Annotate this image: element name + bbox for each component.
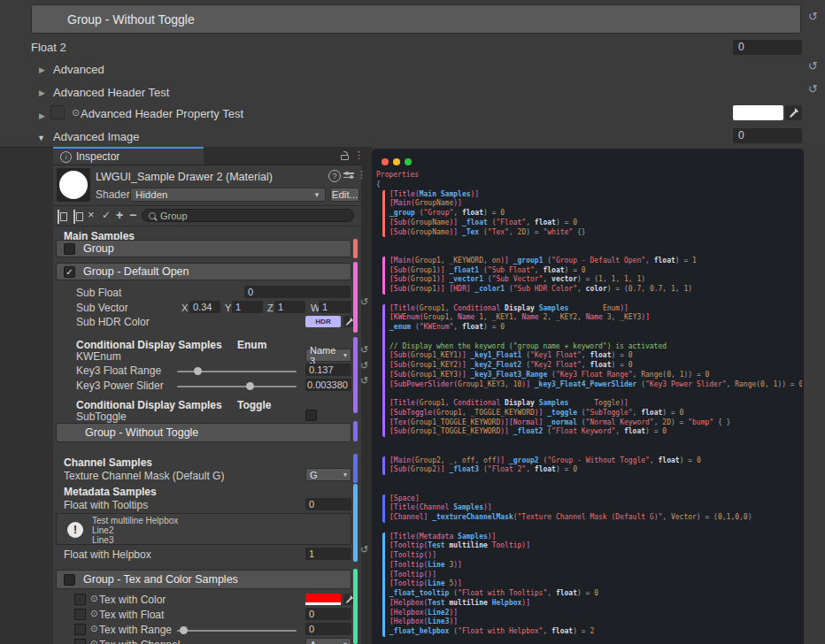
- texture-slot[interactable]: [74, 639, 86, 644]
- w-field[interactable]: 1: [319, 301, 351, 313]
- tex-with-range-field[interactable]: 0: [305, 623, 351, 635]
- foldout-arrow-icon[interactable]: ▶: [39, 63, 45, 77]
- code-token: [Sub(: [389, 361, 411, 369]
- plus-icon[interactable]: +: [116, 208, 123, 222]
- revert-icon[interactable]: ↺: [360, 374, 368, 387]
- code-token: float: [556, 589, 577, 597]
- revert-icon[interactable]: ↺: [808, 11, 818, 23]
- advanced-header-property-checkbox[interactable]: [50, 105, 65, 119]
- help-icon[interactable]: ?: [328, 170, 341, 182]
- revert-icon[interactable]: ↺: [360, 359, 368, 372]
- group-header-without-toggle[interactable]: Group - Without Toggle: [56, 423, 351, 442]
- eyedropper-icon[interactable]: [785, 105, 802, 120]
- revert-icon[interactable]: ↺: [360, 295, 368, 308]
- foldout-arrow-icon[interactable]: ▶: [39, 109, 45, 123]
- minimize-dot-icon[interactable]: [393, 158, 400, 165]
- code-token: "Float": [496, 218, 526, 226]
- foldout-arrow-icon[interactable]: ▶: [39, 86, 45, 100]
- advanced-label[interactable]: Advanced: [53, 62, 104, 77]
- x-field[interactable]: 0.34: [189, 301, 220, 313]
- z-field[interactable]: 1: [274, 301, 305, 313]
- group-header-group[interactable]: Group: [56, 240, 351, 257]
- shader-dropdown[interactable]: Hidden ▼: [130, 188, 326, 202]
- texture-slot[interactable]: [74, 594, 86, 605]
- code-block: [376, 295, 802, 304]
- lock-icon[interactable]: [341, 151, 349, 160]
- close-dot-icon[interactable]: [382, 158, 389, 165]
- group-checkbox-checked[interactable]: ✓: [64, 266, 75, 278]
- code-token: Channel: [420, 503, 450, 511]
- float-with-helpbox-label: Float with Helpbox: [64, 548, 151, 562]
- revert-icon[interactable]: ↺: [808, 83, 818, 96]
- code-editor-panel: Properties{[Title(Main Samples)][Main(Gr…: [372, 149, 804, 644]
- texture-slot[interactable]: [74, 609, 86, 620]
- code-token: ,: [483, 313, 492, 321]
- code-line: _enum ("KWEnum", float) = 0: [389, 323, 802, 333]
- key3-float-range-field[interactable]: 0.137: [305, 364, 351, 376]
- slider-handle[interactable]: [194, 367, 202, 375]
- slider[interactable]: [177, 386, 297, 387]
- group-checkbox[interactable]: [64, 574, 75, 586]
- advanced-image-label[interactable]: Advanced Image: [53, 129, 140, 144]
- edit-button[interactable]: Edit...: [330, 188, 359, 202]
- code-token: "Sub Float": [488, 266, 535, 274]
- y-field[interactable]: 1: [232, 301, 263, 313]
- advanced-header-property-test-label[interactable]: Advanced Header Property Test: [81, 106, 243, 121]
- material-preview[interactable]: [57, 168, 90, 202]
- tab-inspector[interactable]: i Inspector: [53, 147, 204, 165]
- foldout-open-arrow-icon[interactable]: ▼: [37, 131, 45, 145]
- group-color-bar: [353, 262, 358, 333]
- minus-icon[interactable]: −: [129, 208, 136, 222]
- advanced-image-field[interactable]: 0: [733, 128, 802, 143]
- sub-float-field[interactable]: 0: [244, 286, 351, 298]
- advanced-header-test-label[interactable]: Advanced Header Test: [53, 85, 169, 100]
- kebab-menu-icon[interactable]: ⋮: [357, 169, 366, 180]
- color-swatch-red[interactable]: [305, 594, 341, 605]
- group-color-bar: [353, 421, 358, 441]
- maximize-dot-icon[interactable]: [405, 158, 412, 165]
- code-line: [Tex(Group1_TOGGLE_KEYWORD)][Normal] _no…: [389, 418, 802, 428]
- group-without-toggle-header[interactable]: Group - Without Toggle: [31, 4, 801, 34]
- slider-handle[interactable]: [180, 626, 188, 634]
- slider-handle[interactable]: [246, 382, 254, 390]
- key3-power-slider-field[interactable]: 0.003380: [305, 379, 351, 391]
- revert-icon[interactable]: ↺: [360, 343, 368, 356]
- collapse-all-icon[interactable]: ×: [88, 208, 95, 222]
- code-token: ,: [547, 313, 556, 321]
- copy-icon[interactable]: [58, 210, 59, 224]
- float-with-helpbox-field[interactable]: 1: [305, 548, 351, 560]
- group-checkbox[interactable]: [64, 243, 75, 255]
- check-icon[interactable]: ✓: [102, 208, 111, 222]
- code-content: Properties{[Title(Main Samples)][Main(Gr…: [376, 171, 802, 644]
- code-token: 0: [680, 409, 684, 417]
- code-token: "Group - Without Toggle": [547, 456, 650, 464]
- code-token: )) =: [777, 380, 798, 388]
- tex-channel-dropdown[interactable]: A ▾: [305, 638, 351, 644]
- code-token: ,: [662, 285, 671, 293]
- color-swatch-white[interactable]: [733, 105, 783, 120]
- slider[interactable]: [177, 371, 297, 372]
- channel-mask-dropdown[interactable]: G ▾: [305, 468, 351, 481]
- kebab-menu-icon[interactable]: ⋮: [354, 150, 364, 161]
- code-token: Range: [735, 380, 756, 388]
- code-block: [376, 437, 802, 456]
- code-line: // Display when the keyword ("group name…: [389, 342, 802, 352]
- preset-icon[interactable]: [343, 172, 354, 178]
- group-header-tex-color[interactable]: Group - Tex and Color Samples: [56, 570, 351, 589]
- texture-slot[interactable]: [74, 624, 86, 635]
- slider[interactable]: [177, 630, 297, 632]
- kwenum-dropdown[interactable]: Name 3 ▾: [305, 349, 351, 362]
- group-header-default-open[interactable]: ✓ Group - Default Open: [56, 263, 351, 280]
- hdr-color-swatch[interactable]: HDR: [305, 316, 341, 327]
- code-block: [Main(Group1, _KEYWORD, on)] _group1 ("G…: [382, 257, 802, 295]
- code-token: [Tooltip(: [389, 579, 428, 587]
- revert-icon[interactable]: ↺: [360, 543, 368, 556]
- float2-field[interactable]: 0: [733, 40, 802, 55]
- paste-icon[interactable]: [73, 210, 75, 224]
- tex-with-float-field[interactable]: 0: [305, 608, 351, 620]
- group-label: Group - Without Toggle: [85, 426, 198, 439]
- search-input[interactable]: Group: [142, 209, 354, 222]
- revert-icon[interactable]: ↺: [808, 60, 818, 73]
- subtoggle-checkbox[interactable]: [305, 410, 317, 421]
- float-with-tooltips-field[interactable]: 0: [305, 498, 351, 510]
